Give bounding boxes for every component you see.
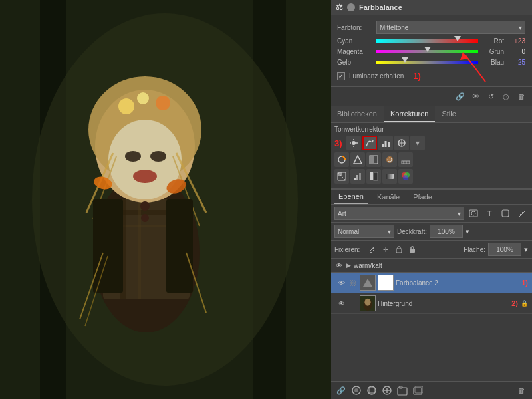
layer-farbbalance2[interactable]: 👁 ⛓ Farbbalance 2 1) (331, 273, 532, 293)
svg-rect-56 (359, 173, 361, 180)
fix-lock-icon[interactable] (407, 244, 418, 255)
delete-layer-btn[interactable]: 🗑 (515, 384, 528, 397)
more-icon-btn[interactable]: ▾ (410, 136, 425, 150)
hintergrund-lock-icon: 🔒 (520, 299, 528, 307)
blend-mode-dropdown[interactable]: Normal ▾ (334, 225, 394, 238)
cyan-rot-slider[interactable] (376, 37, 478, 45)
photofilter-icon-btn[interactable] (382, 152, 397, 167)
svg-rect-58 (374, 172, 378, 180)
fix-move-icon[interactable]: ✛ (380, 244, 391, 255)
hintergrund-link-icon (348, 299, 358, 308)
link-layers-btn[interactable]: 🔗 (334, 384, 348, 397)
magenta-gruen-row: Magenta Grün 0 (337, 47, 525, 55)
cyan-rot-thumb[interactable] (454, 36, 461, 41)
gelb-label: Gelb (337, 59, 374, 66)
farbton-dropdown-icon: ▾ (519, 24, 522, 31)
exposure-icon-btn[interactable] (394, 136, 409, 150)
svg-point-13 (125, 151, 141, 162)
gradient-map-icon-btn[interactable] (382, 169, 397, 184)
flaeche-label: Fläche: (464, 246, 485, 253)
photo-icon-btn[interactable] (467, 207, 480, 220)
svg-line-66 (373, 247, 374, 248)
farbbalance-header: ⚖ Farbbalance (331, 0, 532, 15)
hintergrund-eye-icon[interactable]: 👁 (337, 299, 346, 308)
add-mask-btn[interactable] (365, 384, 378, 397)
fix-partial-lock-icon[interactable] (394, 244, 404, 255)
right-panel: ⚖ Farbbalance Farbton: Mitteltöne ▾ Cyan (331, 0, 532, 399)
eye2-icon-btn[interactable]: ◎ (499, 90, 513, 103)
group-arrow-icon: ▶ (346, 262, 351, 269)
add-adjustment-btn[interactable] (380, 384, 394, 397)
gelb-blau-value: -25 (507, 59, 525, 66)
svg-point-62 (403, 175, 408, 180)
blackwhite-icon-btn[interactable] (366, 152, 381, 167)
tabs-row: Bibliotheken Korrekturen Stile (331, 106, 532, 123)
color-balance-panel: Farbton: Mitteltöne ▾ Cyan Rot +23 Magen… (331, 15, 532, 86)
flaeche-input[interactable]: 100% (488, 243, 521, 256)
brightness-icon-btn[interactable] (346, 136, 361, 150)
magenta-gruen-thumb[interactable] (424, 47, 431, 52)
levels-icon-btn[interactable] (378, 136, 393, 150)
deckkraft-input[interactable]: 100% (430, 225, 463, 238)
eye-icon-btn[interactable]: 👁 (469, 90, 482, 103)
hintergrund-annotation: 2) (511, 299, 518, 307)
layer-group-header[interactable]: 👁 ▶ warm/kalt (331, 259, 532, 272)
farbton-dropdown[interactable]: Mitteltöne ▾ (376, 21, 525, 34)
svg-rect-59 (386, 174, 394, 179)
korrekturen-content: Tonwertkorrektur 3) ▾ (331, 123, 532, 188)
threshold-icon-btn[interactable] (366, 169, 381, 184)
svg-rect-28 (166, 200, 193, 293)
text-tool-btn[interactable]: T (483, 207, 496, 220)
tab-pfade[interactable]: Pfade (409, 190, 436, 203)
svg-rect-39 (382, 144, 384, 147)
trash-icon-btn[interactable]: 🗑 (515, 90, 528, 103)
tab-bibliotheken[interactable]: Bibliotheken (331, 106, 384, 122)
magenta-gruen-slider[interactable] (376, 47, 478, 55)
layer-hintergrund[interactable]: 👁 Hintergrund 2) 🔒 (331, 293, 532, 314)
blau-label: Blau (481, 59, 504, 66)
farbbalance2-eye-icon[interactable]: 👁 (337, 278, 346, 287)
tab-stile[interactable]: Stile (435, 106, 462, 122)
svg-point-15 (133, 170, 157, 183)
add-group-btn[interactable] (396, 384, 409, 397)
farbbalance-title: Farbbalance (359, 3, 402, 11)
invert-icon-btn[interactable] (334, 169, 349, 184)
add-style-btn[interactable] (350, 384, 363, 397)
svg-point-34 (352, 141, 356, 145)
pen-icon-btn[interactable] (515, 207, 528, 220)
refresh-icon-btn[interactable]: ↺ (484, 90, 497, 103)
luminanz-checkbox[interactable]: ✓ (337, 72, 345, 80)
tab-korrekturen[interactable]: Korrekturen (384, 106, 435, 122)
hue-sat-icon-btn[interactable] (334, 152, 349, 167)
tab-ebenen[interactable]: Ebenen (334, 190, 368, 204)
magenta-gruen-value: 0 (507, 48, 525, 55)
colorbalance-icon-btn[interactable] (350, 152, 365, 167)
add-layer-btn[interactable] (411, 384, 424, 397)
shape-icon-btn[interactable] (499, 207, 512, 220)
layers-area: 👁 ▶ warm/kalt 👁 ⛓ Farbbalance 2 1) 👁 (331, 259, 532, 381)
farbbalance2-annotation: 1) (521, 279, 528, 287)
group-eye-icon[interactable]: 👁 (334, 261, 344, 270)
hintergrund-name: Hintergrund (378, 300, 507, 307)
farbbalance2-mask-thumb (378, 275, 394, 291)
svg-rect-46 (370, 156, 374, 164)
gelb-blau-slider[interactable] (376, 58, 478, 66)
channel-mix-icon-btn[interactable] (398, 152, 413, 167)
svg-rect-49 (402, 161, 410, 164)
magenta-label: Magenta (337, 48, 374, 55)
selective-color-icon-btn[interactable] (398, 169, 413, 184)
cyan-rot-row: Cyan Rot +23 (337, 37, 525, 45)
posterize-icon-btn[interactable] (350, 169, 365, 184)
tab-kanaele[interactable]: Kanäle (373, 190, 404, 203)
gelb-blau-thumb[interactable] (402, 57, 408, 63)
art-dropdown[interactable]: Art ▾ (334, 207, 464, 220)
svg-point-14 (150, 151, 166, 162)
farbton-label: Farbton: (337, 24, 374, 31)
annotation-3: 3) (334, 138, 342, 148)
fix-pencil-icon[interactable] (367, 244, 378, 255)
curves-icon-btn[interactable] (362, 136, 377, 150)
layer-group-warmkalt: 👁 ▶ warm/kalt (331, 259, 532, 273)
svg-rect-57 (370, 172, 373, 180)
link-icon-btn[interactable]: 🔗 (454, 90, 467, 103)
farbton-row: Farbton: Mitteltöne ▾ (337, 21, 525, 34)
